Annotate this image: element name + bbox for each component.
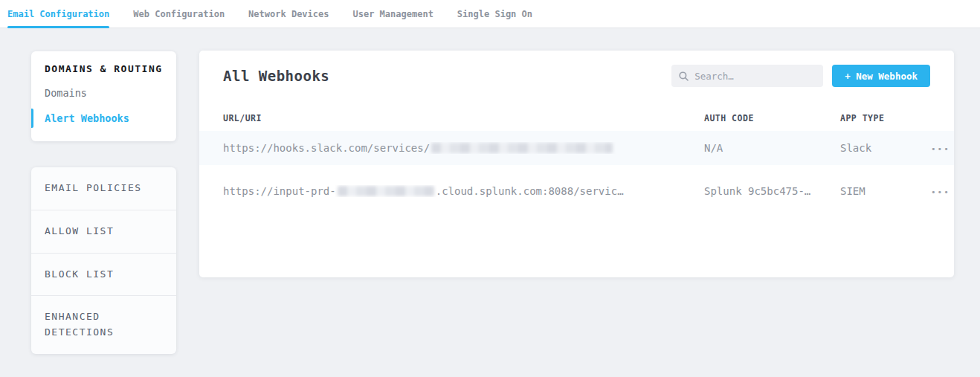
tab-label: Single Sign On [457, 9, 532, 19]
tab-user-management[interactable]: User Management [352, 0, 433, 28]
column-header-app-type: APP TYPE [840, 113, 897, 123]
domains-routing-card: DOMAINS & ROUTING Domains Alert Webhooks [31, 51, 176, 141]
row-menu-icon[interactable]: ••• [931, 187, 950, 197]
sidebar-item-label: Domains [45, 87, 87, 99]
tab-label: User Management [352, 9, 433, 19]
sidebar-item-enhanced-detections[interactable]: ENHANCED DETECTIONS [31, 296, 176, 354]
search-input[interactable] [694, 71, 816, 82]
tab-label: Email Configuration [7, 9, 109, 19]
column-header-auth-code: AUTH CODE [704, 113, 840, 123]
tab-web-configuration[interactable]: Web Configuration [133, 0, 225, 28]
sidebar-item-email-policies[interactable]: EMAIL POLICIES [31, 167, 176, 210]
table-row[interactable]: https://hooks.slack.com/services/ N/A Sl… [199, 131, 954, 165]
sidebar-item-label: ALLOW LIST [45, 225, 114, 236]
domains-routing-header: DOMAINS & ROUTING [31, 63, 176, 74]
table-header-row: URL/URI AUTH CODE APP TYPE [199, 106, 954, 131]
row-menu-icon[interactable]: ••• [931, 144, 950, 154]
app-type-value: Slack [840, 142, 897, 154]
tab-single-sign-on[interactable]: Single Sign On [457, 0, 532, 28]
sidebar-item-domains[interactable]: Domains [31, 80, 176, 106]
top-nav: Email Configuration Web Configuration Ne… [0, 0, 980, 28]
tab-label: Web Configuration [133, 9, 225, 19]
auth-code-value: Splunk 9c5bc475-… [704, 185, 840, 197]
sidebar-item-alert-webhooks[interactable]: Alert Webhooks [31, 106, 176, 131]
sidebar-item-label: BLOCK LIST [45, 268, 114, 280]
app-type-value: SIEM [840, 185, 897, 197]
search-box[interactable] [671, 65, 823, 87]
page-title: All Webhooks [223, 68, 671, 84]
webhooks-panel: All Webhooks + New Webhook URL/URI AUTH … [199, 51, 954, 277]
sidebar-item-label: ENHANCED DETECTIONS [45, 311, 114, 338]
tab-network-devices[interactable]: Network Devices [248, 0, 329, 28]
auth-code-value: N/A [704, 142, 840, 154]
sidebar-item-allow-list[interactable]: ALLOW LIST [31, 210, 176, 254]
redacted-url-segment [431, 143, 613, 153]
table-row[interactable]: https://input-prd- .cloud.splunk.com:808… [199, 174, 954, 208]
tab-label: Network Devices [248, 9, 329, 19]
sidebar-item-block-list[interactable]: BLOCK LIST [31, 254, 176, 297]
new-webhook-button[interactable]: + New Webhook [832, 65, 930, 87]
column-header-url: URL/URI [223, 113, 704, 123]
panel-header: All Webhooks + New Webhook [199, 51, 954, 101]
sidebar-item-label: Alert Webhooks [45, 112, 129, 124]
search-icon [679, 71, 689, 81]
tab-email-configuration[interactable]: Email Configuration [7, 0, 109, 28]
redacted-url-segment [338, 186, 434, 196]
webhook-url: https://hooks.slack.com/services/ [223, 142, 704, 154]
active-item-indicator [31, 109, 33, 128]
webhook-url: https://input-prd- .cloud.splunk.com:808… [223, 185, 704, 197]
sidebar-sections-card: EMAIL POLICIES ALLOW LIST BLOCK LIST ENH… [31, 167, 176, 354]
active-tab-underline [7, 26, 109, 28]
sidebar-item-label: EMAIL POLICIES [45, 182, 142, 193]
